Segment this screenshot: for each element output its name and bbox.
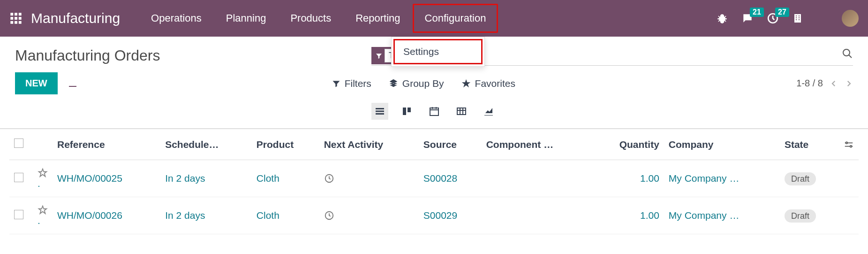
svg-rect-13 [796, 17, 797, 18]
cell-quantity: 1.00 [597, 173, 659, 184]
main-menu: Operations Planning Products Reporting C… [139, 4, 498, 33]
configuration-dropdown: Settings [391, 37, 485, 67]
cell-reference[interactable]: WH/MO/00025 [57, 173, 122, 184]
top-navbar: Manufacturing Operations Planning Produc… [0, 0, 868, 37]
view-switcher [0, 99, 868, 128]
user-avatar[interactable] [842, 10, 859, 27]
pager: 1-8 / 8 [796, 78, 853, 89]
view-list-icon[interactable] [371, 103, 388, 120]
svg-rect-10 [794, 14, 801, 23]
table-row[interactable]: . WH/MO/00025 In 2 days Cloth S00028 1.0… [9, 160, 859, 197]
svg-rect-23 [430, 108, 438, 115]
debug-icon[interactable] [716, 12, 728, 24]
clock-icon[interactable] [324, 173, 414, 184]
star-icon[interactable] [38, 168, 48, 178]
col-state[interactable]: State [780, 129, 839, 160]
row-checkbox[interactable] [14, 210, 23, 219]
svg-rect-22 [408, 108, 411, 112]
search-icon[interactable] [842, 48, 853, 59]
apps-icon[interactable] [9, 12, 23, 25]
col-source[interactable]: Source [419, 129, 482, 160]
svg-rect-7 [15, 21, 17, 24]
view-kanban-icon[interactable] [399, 103, 415, 120]
svg-rect-12 [799, 15, 800, 16]
menu-reporting[interactable]: Reporting [343, 4, 412, 33]
cell-product[interactable]: Cloth [257, 210, 279, 221]
columns-settings-icon[interactable] [844, 139, 854, 150]
star-icon[interactable] [38, 205, 48, 215]
favorites-button[interactable]: Favorites [461, 78, 515, 89]
page-title: Manufacturing Orders [15, 47, 371, 64]
messages-badge: 21 [750, 8, 764, 17]
svg-rect-11 [796, 15, 797, 16]
table-row[interactable]: . WH/MO/00026 In 2 days Cloth S00029 1.0… [9, 197, 859, 234]
cell-product[interactable]: Cloth [257, 173, 279, 184]
cell-schedule[interactable]: In 2 days [165, 210, 205, 221]
view-pivot-icon[interactable] [453, 103, 470, 120]
col-company[interactable]: Company [664, 129, 780, 160]
navbar-right: 21 27 [716, 10, 859, 27]
svg-rect-6 [10, 21, 13, 24]
svg-rect-8 [19, 21, 22, 24]
activities-badge: 27 [775, 8, 789, 17]
clock-icon[interactable] [324, 210, 414, 221]
menu-products[interactable]: Products [278, 4, 343, 33]
svg-rect-4 [15, 17, 17, 20]
cell-schedule[interactable]: In 2 days [165, 173, 205, 184]
svg-rect-0 [10, 13, 13, 15]
svg-rect-18 [376, 108, 384, 109]
cell-component [482, 160, 593, 197]
svg-rect-3 [10, 17, 13, 20]
svg-rect-21 [403, 108, 406, 115]
svg-point-17 [843, 49, 850, 56]
pager-text: 1-8 / 8 [796, 78, 823, 89]
menu-operations[interactable]: Operations [139, 4, 214, 33]
col-next-activity[interactable]: Next Activity [319, 129, 419, 160]
cell-component [482, 197, 593, 234]
state-badge: Draft [785, 209, 816, 223]
col-quantity[interactable]: Quantity [593, 129, 664, 160]
svg-rect-15 [796, 19, 797, 20]
menu-configuration[interactable]: Configuration [413, 4, 498, 33]
groupby-label: Group By [402, 78, 444, 89]
import-icon[interactable] [67, 78, 78, 89]
favorites-label: Favorites [475, 78, 515, 89]
svg-rect-19 [376, 111, 384, 112]
orders-table: Reference Schedule… Product Next Activit… [0, 128, 868, 234]
cell-reference[interactable]: WH/MO/00026 [57, 210, 122, 221]
svg-rect-20 [376, 113, 384, 115]
company-icon[interactable] [792, 13, 803, 24]
pager-next-icon[interactable] [845, 79, 853, 88]
svg-rect-2 [19, 13, 22, 15]
col-component[interactable]: Component … [482, 129, 593, 160]
svg-rect-24 [457, 108, 466, 115]
groupby-button[interactable]: Group By [388, 78, 444, 89]
app-brand[interactable]: Manufacturing [31, 10, 120, 26]
svg-rect-1 [15, 13, 17, 15]
cell-source[interactable]: S00028 [423, 173, 457, 184]
cell-company[interactable]: My Company … [669, 173, 740, 184]
dropdown-settings[interactable]: Settings [393, 39, 483, 64]
svg-rect-16 [799, 19, 800, 20]
svg-point-25 [846, 142, 848, 144]
col-product[interactable]: Product [252, 129, 319, 160]
tools-icon[interactable] [816, 12, 829, 24]
filters-button[interactable]: Filters [332, 78, 371, 89]
col-reference[interactable]: Reference [53, 129, 160, 160]
new-button[interactable]: NEW [15, 72, 58, 94]
view-calendar-icon[interactable] [426, 103, 443, 120]
cell-quantity: 1.00 [597, 210, 659, 221]
menu-planning[interactable]: Planning [214, 4, 279, 33]
svg-rect-14 [799, 17, 800, 18]
cell-company[interactable]: My Company … [669, 210, 740, 221]
pager-prev-icon[interactable] [830, 79, 838, 88]
activities-icon[interactable]: 27 [767, 12, 779, 24]
svg-rect-5 [19, 17, 22, 20]
svg-point-26 [850, 145, 852, 147]
select-all-checkbox[interactable] [14, 139, 23, 148]
messages-icon[interactable]: 21 [741, 12, 754, 24]
row-checkbox[interactable] [14, 173, 23, 182]
cell-source[interactable]: S00029 [423, 210, 457, 221]
view-graph-icon[interactable] [480, 103, 497, 120]
col-schedule[interactable]: Schedule… [160, 129, 252, 160]
